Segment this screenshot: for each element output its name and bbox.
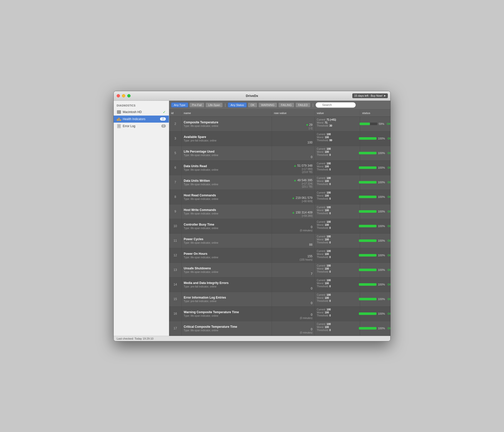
status-ok-label: OK (387, 122, 390, 125)
status-ok-label: OK (388, 152, 390, 155)
cell-name: Data Units WrittenType: life-span indica… (182, 175, 272, 190)
filter-any-status[interactable]: Any Status (228, 102, 247, 107)
cell-status: 100%OK (360, 219, 390, 233)
cell-value: Current: 100Worst: 100Threshold: 0 (315, 292, 360, 306)
table-row: 6Data Units ReadType: life-span indicato… (169, 161, 390, 175)
traffic-lights (117, 94, 131, 97)
filter-warning[interactable]: WARNING (258, 102, 277, 107)
status-ok-label: OK (388, 312, 390, 315)
search-input[interactable] (316, 102, 356, 108)
arrow-icon: ➤ (384, 94, 386, 97)
cell-value: Current: 100Worst: 100Threshold: 0 (315, 175, 360, 190)
close-button[interactable] (117, 94, 120, 97)
indicator-type: Type: life-span indicator, online (184, 212, 218, 215)
table-row: 9Host Write CommandsType: life-span indi… (169, 204, 390, 219)
cell-value: Current: 100Worst: 100Threshold: 0 (315, 204, 360, 219)
indicator-name: Available Spare (184, 135, 206, 139)
progress-bar (359, 283, 376, 286)
cell-raw: ● 29[-1] (272, 117, 315, 131)
sidebar-item-label: Health Indicators (123, 117, 145, 121)
zoom-button[interactable] (127, 94, 131, 97)
th-value: value (315, 111, 360, 116)
cell-raw: 100 (272, 131, 315, 146)
indicator-type: Type: life-span indicator, online (184, 271, 218, 273)
table-row: 15Error Information Log EntriesType: pre… (169, 292, 390, 307)
table-row: 16Warning Composite Temperature TimeType… (169, 307, 390, 321)
chart-icon (117, 117, 121, 121)
main-content: DIAGNOSTICS Macintosh HD ✓ Heal (114, 101, 390, 336)
table-header: id name raw value value status (169, 110, 390, 117)
status-ok-label: OK (388, 137, 390, 140)
cell-id: 16 (169, 307, 182, 321)
cell-value: Current: 100Worst: 100Threshold: 0 (315, 263, 360, 277)
titlebar: DriveDx 15 days left · Buy Now! ➤ (114, 91, 390, 101)
cell-status: 100%OK (360, 146, 390, 160)
cell-value: Current: 100Worst: 100Threshold: 0 (315, 190, 360, 204)
indicator-type: Type: pre-fail indicator, online (184, 139, 216, 142)
cell-raw: 0(0 minutes) (272, 321, 315, 336)
filter-pre-fail[interactable]: Pre-Fail (189, 102, 205, 107)
progress-bar (359, 137, 376, 140)
progress-bar (359, 196, 376, 198)
status-ok-label: OK (388, 283, 390, 286)
filter-any-type[interactable]: Any Type (171, 102, 188, 107)
cell-value: Current: 71 (+01)Worst: 71Threshold: 30 (315, 117, 360, 131)
indicator-name: Power Cycles (184, 237, 203, 241)
sidebar-item-error-log[interactable]: Error Log 0 (114, 123, 169, 130)
separator-1: | (225, 103, 226, 107)
th-status: status (360, 111, 390, 116)
indicator-name: Host Read Commands (184, 194, 216, 197)
cell-raw: 7 (272, 263, 315, 277)
sidebar-item-label: Macintosh HD (123, 110, 142, 114)
progress-bar (359, 181, 376, 184)
progress-bar (360, 123, 377, 125)
filter-failing[interactable]: FAILING (278, 102, 294, 107)
cell-raw: 0 (272, 277, 315, 292)
cell-status: 100%OK (360, 263, 390, 277)
filter-life-span[interactable]: Life-Span (205, 102, 223, 107)
cell-raw: 155(155 hours) (272, 248, 315, 263)
cell-id: 13 (169, 263, 182, 277)
cell-id: 12 (169, 248, 182, 263)
sidebar-item-macintosh-hd[interactable]: Macintosh HD ✓ (114, 109, 169, 116)
sidebar-item-label: Error Log (123, 124, 135, 128)
cell-id: 14 (169, 277, 182, 292)
cell-name: Life Percentage UsedType: life-span indi… (182, 146, 272, 160)
indicator-type: Type: life-span indicator, online (184, 183, 218, 186)
cell-id: 15 (169, 292, 182, 306)
filter-ok[interactable]: OK (248, 102, 257, 107)
indicator-name: Host Write Commands (184, 208, 216, 212)
indicator-type: Type: life-span indicator, online (184, 314, 218, 317)
cell-name: Controller Busy TimeType: life-span indi… (182, 219, 272, 233)
status-ok-label: OK (388, 254, 390, 257)
progress-bar (359, 312, 376, 315)
buy-now-button[interactable]: 15 days left · Buy Now! ➤ (352, 93, 388, 98)
cell-value: Current: 100Worst: 100Threshold: 0 (315, 161, 360, 175)
statusbar: Last checked: Today 19:29:10 (114, 336, 390, 341)
cell-status: 100%OK (360, 175, 390, 190)
cell-name: Data Units ReadType: life-span indicator… (182, 161, 272, 175)
indicator-name: Warning Composite Temperature Time (184, 310, 239, 314)
progress-bar (359, 166, 376, 169)
progress-bar (359, 210, 376, 213)
cell-raw: ▲ 49 546 395[+17 224](23.1 TB) (272, 175, 315, 190)
app-title: DriveDx (246, 94, 258, 98)
progress-bar (359, 254, 376, 257)
table-row: 11Power CyclesType: life-span indicator,… (169, 234, 390, 248)
status-ok-label: OK (388, 298, 390, 301)
table-row: 12Power On HoursType: life-span indicato… (169, 248, 390, 263)
cell-raw: 0(0 minutes) (272, 219, 315, 233)
status-ok-label: OK (388, 195, 390, 198)
sidebar-item-health-indicators[interactable]: Health Indicators 15 (114, 116, 169, 123)
statusbar-text: Last checked: Today 19:29:10 (117, 337, 153, 340)
cell-raw: 0(0 minutes) (272, 307, 315, 321)
cell-status: 100%OK (360, 292, 390, 306)
minimize-button[interactable] (122, 94, 125, 97)
indicator-name: Data Units Read (184, 164, 207, 168)
cell-value: Current: 100Worst: 100Threshold: 0 (315, 277, 360, 292)
table-row: 8Host Read CommandsType: life-span indic… (169, 190, 390, 204)
table-body: 2Composite TemperatureType: life-span in… (169, 117, 390, 336)
cell-name: Power On HoursType: life-span indicator,… (182, 248, 272, 263)
filter-failed[interactable]: FAILED (295, 102, 310, 107)
cell-status: 100%OK (360, 234, 390, 248)
